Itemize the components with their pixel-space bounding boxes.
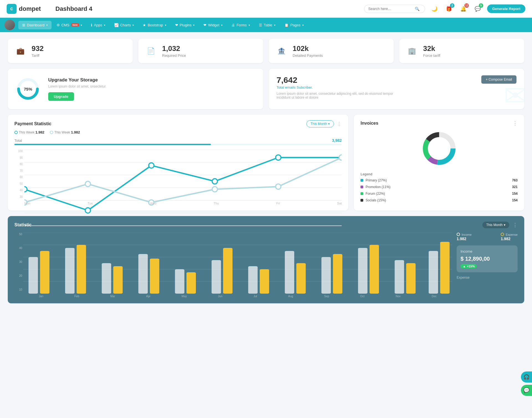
- legend-item-promotion: Promotion (11%) 321: [360, 185, 518, 189]
- legend-item-forum: Forum (22%) 154: [360, 192, 518, 196]
- svg-rect-31: [29, 257, 38, 294]
- svg-rect-32: [40, 251, 49, 294]
- chevron-down-icon-8: ▾: [249, 24, 250, 27]
- more-options-icon[interactable]: ⋮: [337, 121, 342, 127]
- nav-item-table[interactable]: ☰ Table ▾: [255, 21, 279, 29]
- chevron-down-statistic: ▾: [504, 223, 505, 227]
- charts-icon: 📈: [114, 23, 119, 27]
- svg-rect-40: [186, 272, 196, 294]
- chevron-down-icon-4: ▾: [132, 24, 134, 27]
- generate-report-btn[interactable]: Generate Report: [487, 4, 525, 13]
- required-price-value: 1,032: [162, 44, 186, 53]
- stat-card-tariff: 💼 932 Tariff: [8, 39, 133, 63]
- bar-chart-svg: [23, 233, 452, 294]
- bell-badge: 12: [464, 3, 469, 8]
- chat-btn[interactable]: 💬 5: [473, 4, 483, 14]
- nav-cms-label: CMS: [62, 23, 70, 27]
- gift-badge: 2: [450, 3, 454, 8]
- pages-icon: 📋: [284, 23, 289, 27]
- expense-panel-title: Expense: [457, 276, 518, 279]
- dark-mode-btn[interactable]: 🌙: [429, 4, 439, 14]
- socials-dot: [360, 199, 363, 202]
- legend-label-1: This Week: [19, 130, 34, 134]
- nav-item-bootstrap[interactable]: ★ Bootstrap ▾: [139, 21, 170, 29]
- invoices-more-icon[interactable]: ⋮: [513, 120, 518, 126]
- statistic-more-icon[interactable]: ⋮: [513, 222, 518, 228]
- new-badge: New: [71, 23, 79, 27]
- svg-rect-47: [321, 257, 331, 294]
- nav-item-dashboard[interactable]: ⊞ Dashboard ▾: [18, 21, 52, 29]
- table-icon: ☰: [259, 23, 262, 27]
- stat-cards: 💼 932 Tariff 📄 1,032 Required Price 🏦 10…: [8, 39, 524, 63]
- income-panel: Income $ 12,890,00 ▲ +15%: [457, 245, 518, 272]
- legend-item-1: This Week 1.982: [14, 130, 44, 134]
- nav-item-apps[interactable]: ℹ Apps ▾: [87, 21, 109, 29]
- payment-card: Payment Statistic This Month ▾ ⋮ This We…: [8, 115, 348, 211]
- chevron-down-icon-month: ▾: [328, 122, 330, 126]
- nav-item-forms[interactable]: 🖨 Forms ▾: [227, 21, 254, 29]
- search-box[interactable]: 🔍: [364, 5, 425, 13]
- nav-item-cms[interactable]: ⚙ CMS New ▾: [53, 21, 86, 29]
- dashboard-icon: ⊞: [22, 23, 25, 27]
- payment-title: Payment Statistic: [14, 121, 51, 126]
- socials-label: Socials (15%): [365, 198, 386, 202]
- income-amount: $ 12,890,00: [461, 256, 514, 262]
- upgrade-btn[interactable]: Upgrade: [48, 92, 74, 101]
- svg-point-10: [85, 208, 91, 213]
- detailed-payments-label: Detailed Payments: [293, 53, 323, 58]
- nav-avatar: [4, 20, 15, 30]
- tariff-label: Tariff: [32, 53, 44, 58]
- statistic-this-month-btn[interactable]: This Month ▾: [482, 222, 509, 228]
- legend-dot-2: [50, 131, 53, 134]
- force-tariff-label: Force tariff: [423, 53, 440, 58]
- income-badge: ▲ +15%: [461, 264, 477, 268]
- income-item: Income 1.982: [457, 233, 472, 241]
- income-value: 1.982: [457, 237, 472, 241]
- svg-rect-34: [77, 245, 86, 294]
- svg-rect-38: [150, 259, 159, 294]
- bell-btn[interactable]: 🔔 12: [458, 4, 468, 14]
- svg-rect-41: [212, 260, 221, 294]
- svg-rect-44: [260, 269, 269, 294]
- search-icon: 🔍: [415, 7, 420, 11]
- storage-card: 75% Upgrade Your Storage Lorem ipsum dol…: [8, 69, 263, 109]
- legend-label-2: This Week: [54, 130, 70, 134]
- nav-item-charts[interactable]: 📈 Charts ▾: [110, 21, 138, 29]
- svg-rect-50: [370, 245, 379, 294]
- detailed-payments-icon: 🏦: [275, 44, 288, 58]
- storage-donut: 75%: [16, 76, 40, 101]
- legend-list: Primary (27%) 763 Promotion (11%) 321: [360, 178, 518, 202]
- total-row: Total 3,982: [14, 138, 342, 143]
- email-number: 7,642: [277, 75, 313, 85]
- svg-rect-43: [248, 266, 258, 294]
- cms-icon: ⚙: [57, 23, 60, 27]
- progress-fill: [14, 144, 211, 145]
- svg-rect-54: [440, 242, 450, 294]
- svg-rect-53: [429, 251, 438, 294]
- invoices-title: Invoices: [360, 121, 378, 126]
- search-input[interactable]: [368, 7, 413, 11]
- chat-badge: 5: [479, 3, 483, 8]
- logo: c dompet: [7, 4, 51, 14]
- legend-value-2: 1.982: [71, 130, 80, 134]
- email-subtitle: Total emails Subcriber.: [277, 85, 313, 89]
- legend-left-socials: Socials (15%): [360, 198, 386, 202]
- required-price-icon: 📄: [144, 44, 158, 58]
- chevron-down-icon: ▾: [46, 24, 48, 27]
- income-badge-value: +15%: [467, 265, 475, 268]
- nav-item-pages[interactable]: 📋 Pages ▾: [280, 21, 308, 29]
- stat-card-detailed-payments: 🏦 102k Detailed Payments: [269, 39, 394, 63]
- nav-item-plugins[interactable]: ❤ Plugins ▾: [171, 21, 199, 29]
- tariff-value: 932: [32, 44, 44, 53]
- forms-icon: 🖨: [231, 23, 235, 27]
- gift-btn[interactable]: 🎁 2: [444, 4, 454, 14]
- chevron-down-icon-2: ▾: [81, 24, 82, 27]
- this-month-label: This Month: [311, 122, 327, 126]
- svg-point-12: [212, 179, 218, 184]
- primary-label: Primary (27%): [365, 178, 387, 182]
- detailed-payments-info: 102k Detailed Payments: [293, 44, 323, 58]
- nav-item-widget[interactable]: ❤ Widget ▾: [200, 21, 226, 29]
- this-month-btn[interactable]: This Month ▾: [306, 120, 334, 127]
- svg-rect-37: [138, 254, 148, 294]
- required-price-label: Required Price: [162, 53, 186, 58]
